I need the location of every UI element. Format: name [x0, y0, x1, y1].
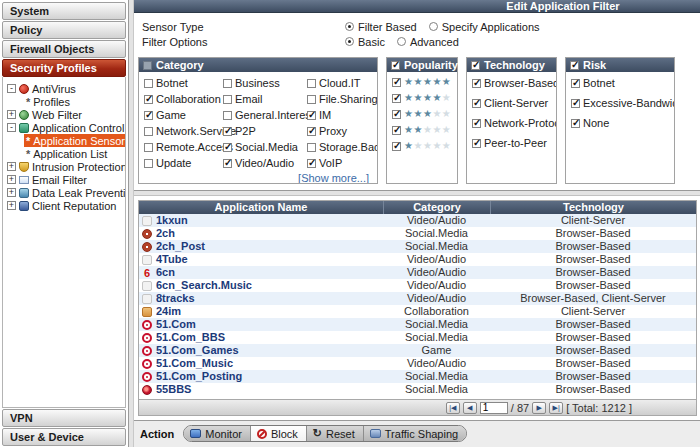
radio-advanced[interactable]: Advanced	[397, 36, 459, 48]
category-checkbox-storage-backup[interactable]: Storage.Backup	[307, 141, 377, 153]
checkbox-icon[interactable]	[472, 119, 481, 128]
category-checkbox-remote-access[interactable]: Remote.Access	[144, 141, 223, 153]
checkbox-icon[interactable]	[144, 159, 153, 168]
category-select-all-checkbox[interactable]	[143, 61, 152, 70]
previous-page-button[interactable]	[463, 402, 477, 414]
tree-item-intrusion-protection[interactable]: Intrusion Protection	[7, 160, 125, 173]
radio-icon[interactable]	[345, 22, 354, 31]
checkbox-icon[interactable]	[223, 159, 232, 168]
technology-select-all-checkbox[interactable]	[471, 61, 480, 70]
checkbox-icon[interactable]	[144, 79, 153, 88]
checkbox-icon[interactable]	[307, 79, 316, 88]
sidebar-section-vpn[interactable]: VPN	[2, 409, 126, 427]
tree-item-antivirus[interactable]: AntiVirus	[7, 82, 125, 95]
column-header-category[interactable]: Category	[383, 201, 490, 214]
category-checkbox-update[interactable]: Update	[144, 157, 223, 169]
tree-item-data-leak-prevention[interactable]: Data Leak Prevention	[7, 186, 125, 199]
block-button[interactable]: Block	[251, 426, 307, 441]
risk-checkbox-excessive-bandwidth[interactable]: Excessive-Bandwidth	[571, 97, 670, 109]
checkbox-icon[interactable]	[144, 143, 153, 152]
table-row[interactable]: 6cn_Search.MusicVideo/AudioBrowser-Based	[139, 279, 696, 292]
tree-item-application-list[interactable]: Application List	[24, 147, 125, 160]
table-row[interactable]: 6cnVideo/AudioBrowser-Based	[139, 266, 696, 279]
category-checkbox-file-sharing[interactable]: File.Sharing	[307, 93, 377, 105]
table-row[interactable]: 55BBSSocial.MediaBrowser-Based	[139, 383, 696, 396]
sidebar-section-firewall-objects[interactable]: Firewall Objects	[2, 40, 126, 58]
checkbox-icon[interactable]	[144, 111, 153, 120]
radio-specify-applications[interactable]: Specify Applications	[429, 21, 540, 33]
table-row[interactable]: 51.ComSocial.MediaBrowser-Based	[139, 318, 696, 331]
radio-basic[interactable]: Basic	[345, 36, 385, 48]
risk-select-all-checkbox[interactable]	[570, 61, 579, 70]
checkbox-icon[interactable]	[307, 95, 316, 104]
radio-icon[interactable]	[345, 37, 354, 46]
tree-item-email-filter[interactable]: Email Filter	[7, 173, 125, 186]
tree-item-profiles[interactable]: Profiles	[24, 95, 125, 108]
technology-checkbox-client-server[interactable]: Client-Server	[472, 97, 552, 109]
page-number-input[interactable]	[480, 402, 508, 414]
checkbox-icon[interactable]	[392, 78, 401, 87]
checkbox-icon[interactable]	[392, 94, 401, 103]
next-page-button[interactable]	[532, 402, 546, 414]
checkbox-icon[interactable]	[571, 99, 580, 108]
checkbox-icon[interactable]	[307, 159, 316, 168]
checkbox-icon[interactable]	[223, 127, 232, 136]
checkbox-icon[interactable]	[223, 79, 232, 88]
monitor-button[interactable]: Monitor	[184, 426, 251, 441]
checkbox-icon[interactable]	[571, 79, 580, 88]
category-checkbox-email[interactable]: Email	[223, 93, 307, 105]
table-row[interactable]: 2chSocial.MediaBrowser-Based	[139, 227, 696, 240]
category-checkbox-social-media[interactable]: Social.Media	[223, 141, 307, 153]
category-checkbox-botnet[interactable]: Botnet	[144, 77, 223, 89]
show-more-link[interactable]: [Show more...]	[144, 169, 373, 183]
checkbox-icon[interactable]	[144, 127, 153, 136]
category-checkbox-p2p[interactable]: P2P	[223, 125, 307, 137]
checkbox-icon[interactable]	[472, 79, 481, 88]
checkbox-icon[interactable]	[223, 111, 232, 120]
table-row[interactable]: 8tracksVideo/AudioBrowser-Based, Client-…	[139, 292, 696, 305]
popularity-select-all-checkbox[interactable]	[391, 61, 400, 70]
checkbox-icon[interactable]	[472, 99, 481, 108]
checkbox-icon[interactable]	[144, 95, 153, 104]
table-row[interactable]: 2ch_PostSocial.MediaBrowser-Based	[139, 240, 696, 253]
sidebar-section-user-device[interactable]: User & Device	[2, 428, 126, 446]
expand-icon[interactable]	[7, 175, 16, 184]
table-row[interactable]: 51.Com_GamesGameBrowser-Based	[139, 344, 696, 357]
radio-filter-based[interactable]: Filter Based	[345, 21, 417, 33]
sidebar-section-security-profiles[interactable]: Security Profiles	[2, 59, 126, 77]
sidebar-section-system[interactable]: System	[2, 2, 126, 20]
checkbox-icon[interactable]	[392, 110, 401, 119]
technology-checkbox-network-protocol[interactable]: Network-Protocol	[472, 117, 552, 129]
tree-item-application-sensors[interactable]: Application Sensors	[24, 134, 125, 147]
collapse-icon[interactable]	[7, 84, 16, 93]
category-checkbox-collaboration[interactable]: Collaboration	[144, 93, 223, 105]
risk-checkbox-botnet[interactable]: Botnet	[571, 77, 670, 89]
category-checkbox-video-audio[interactable]: Video/Audio	[223, 157, 307, 169]
technology-checkbox-browser-based[interactable]: Browser-Based	[472, 77, 552, 89]
category-checkbox-general-interest[interactable]: General.Interest	[223, 109, 307, 121]
tree-item-application-control[interactable]: Application Control	[7, 121, 125, 134]
checkbox-icon[interactable]	[392, 126, 401, 135]
checkbox-icon[interactable]	[307, 127, 316, 136]
popularity-5-stars[interactable]: ★★★★★	[392, 77, 453, 87]
popularity-1-star[interactable]: ★★★★★	[392, 141, 453, 151]
checkbox-icon[interactable]	[223, 143, 232, 152]
table-row[interactable]: 51.Com_BBSSocial.MediaBrowser-Based	[139, 331, 696, 344]
first-page-button[interactable]	[446, 402, 460, 414]
collapse-icon[interactable]	[7, 123, 16, 132]
category-checkbox-cloud-it[interactable]: Cloud.IT	[307, 77, 377, 89]
checkbox-icon[interactable]	[392, 142, 401, 151]
radio-icon[interactable]	[429, 22, 438, 31]
reset-button[interactable]: Reset	[307, 426, 364, 441]
table-row[interactable]: 1kxunVideo/AudioClient-Server	[139, 214, 696, 227]
checkbox-icon[interactable]	[472, 139, 481, 148]
checkbox-icon[interactable]	[307, 111, 316, 120]
expand-icon[interactable]	[7, 201, 16, 210]
category-checkbox-voip[interactable]: VoIP	[307, 157, 377, 169]
tree-item-client-reputation[interactable]: Client Reputation	[7, 199, 125, 212]
table-row[interactable]: 51.Com_PostingSocial.MediaBrowser-Based	[139, 370, 696, 383]
popularity-2-stars[interactable]: ★★★★★	[392, 125, 453, 135]
category-checkbox-game[interactable]: Game	[144, 109, 223, 121]
risk-checkbox-none[interactable]: None	[571, 117, 670, 129]
technology-checkbox-peer-to-peer[interactable]: Peer-to-Peer	[472, 137, 552, 149]
